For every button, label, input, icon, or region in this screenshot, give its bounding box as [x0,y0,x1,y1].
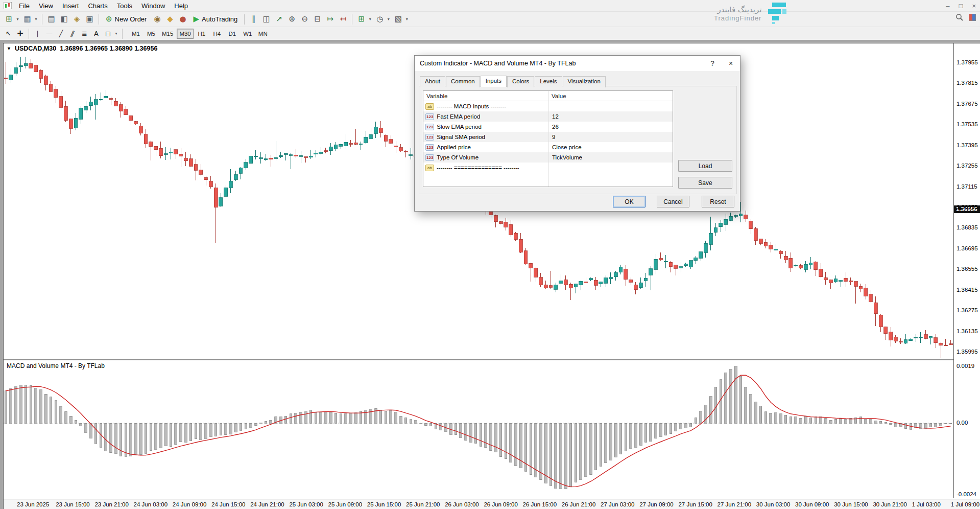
data-window-button[interactable]: ◧ [58,13,70,26]
periods-button[interactable]: ◷ [373,13,386,26]
timeframe-m15[interactable]: M15 [159,29,176,39]
vertical-line-button[interactable]: | [32,28,43,39]
market-watch-button[interactable]: ▤ [45,13,58,26]
input-row[interactable]: 123Applied priceClose price [423,142,673,152]
menu-charts[interactable]: Charts [83,1,112,11]
indicators-dropdown-icon[interactable]: ▾ [367,17,373,21]
extensions-icon[interactable] [969,14,976,21]
param-value[interactable] [548,101,673,111]
input-row[interactable]: 123Fast EMA period12 [423,111,673,122]
price-label: 1.36135 [957,328,978,334]
timeframe-m1[interactable]: M1 [129,29,143,39]
crosshair-button[interactable]: + [14,28,26,39]
reset-button[interactable]: Reset [702,196,734,207]
param-name: Fast EMA period [437,113,480,120]
input-row[interactable]: 123Signal SMA period9 [423,132,673,142]
timeframe-m5[interactable]: M5 [144,29,158,39]
dialog-close-button[interactable]: × [722,56,740,71]
chart-ohlc-values: 1.36896 1.36965 1.36890 1.36956 [60,45,157,52]
param-type-icon: 123 [425,154,434,161]
timeframe-w1[interactable]: W1 [241,29,255,39]
indicators-button[interactable]: ⊞ [355,13,368,26]
bar-chart-button[interactable]: ∥ [247,13,260,26]
profiles-button[interactable]: ▦ [21,13,34,26]
cancel-button[interactable]: Cancel [657,196,689,207]
macd-indicator-chart[interactable] [4,360,953,499]
input-row[interactable]: ab-------- ============== -------- [423,163,673,173]
maximize-button[interactable]: □ [959,2,963,10]
metaeditor-button[interactable]: ◆ [163,13,176,26]
cursor-button[interactable]: ↖ [3,28,14,39]
timeframe-h4[interactable]: H4 [210,29,224,39]
timeframe-d1[interactable]: D1 [225,29,240,39]
menu-help[interactable]: Help [170,1,193,11]
price-axis[interactable]: 1.36956 1.379551.378151.376751.375351.37… [953,43,980,498]
templates-button[interactable]: ▧ [392,13,404,26]
terminal-button[interactable]: ▣ [83,13,96,26]
web-terminal-button[interactable]: ● [176,13,189,26]
save-button[interactable]: Save [678,177,732,189]
timeframe-mn[interactable]: MN [256,29,270,39]
dialog-titlebar[interactable]: Custom Indicator - MACD and Volume MT4 -… [415,56,740,71]
channel-button[interactable]: ∥ [67,28,79,39]
tab-about[interactable]: About [420,76,445,87]
tab-visualization[interactable]: Visualization [563,76,606,87]
input-row[interactable]: ab-------- MACD Inputs -------- [423,101,673,111]
param-value[interactable]: Close price [548,142,673,152]
load-button[interactable]: Load [678,160,732,172]
param-value[interactable]: 26 [548,122,673,132]
fibonacci-button[interactable]: ≣ [79,28,90,39]
time-axis[interactable]: 23 Jun 202523 Jun 15:0023 Jun 21:0024 Ju… [4,499,980,509]
tab-levels[interactable]: Levels [535,76,562,87]
shapes-dropdown-icon[interactable]: ▾ [113,31,119,36]
tab-inputs[interactable]: Inputs [481,76,507,87]
menu-insert[interactable]: Insert [58,1,84,11]
tab-colors[interactable]: Colors [507,76,534,87]
timeframe-bar: M1M5M15M30H1H4D1W1MN [128,29,271,39]
input-row[interactable]: 123Type Of VolumeTickVolume [423,152,673,163]
ok-button[interactable]: OK [613,196,646,207]
menu-tools[interactable]: Tools [112,1,137,11]
time-label: 23 Jun 2025 [17,501,49,507]
menu-window[interactable]: Window [137,1,170,11]
time-label: 26 Jun 15:00 [523,501,557,507]
inputs-table[interactable]: Variable Value ab-------- MACD Inputs --… [423,90,673,187]
periods-dropdown-icon[interactable]: ▾ [386,17,391,21]
param-value[interactable]: 9 [548,132,673,142]
param-value[interactable]: TickVolume [548,152,673,163]
menu-file[interactable]: File [14,1,34,11]
trendline-button[interactable]: ╱ [55,28,67,39]
tile-windows-button[interactable]: ⊟ [311,13,324,26]
dialog-help-button[interactable]: ? [703,56,722,71]
templates-dropdown-icon[interactable]: ▾ [404,17,410,21]
line-chart-button[interactable]: ↗ [273,13,285,26]
autotrading-button[interactable]: ▶AutoTrading [189,13,242,26]
auto-scroll-button[interactable]: ↦ [324,13,337,26]
tab-common[interactable]: Common [446,76,480,87]
zoom-out-button[interactable]: ⊖ [298,13,311,26]
chart-shift-button[interactable]: ↤ [337,13,349,26]
navigator-button[interactable]: ◈ [70,13,83,26]
param-value[interactable] [548,163,673,173]
timeframe-h1[interactable]: H1 [195,29,209,39]
input-row[interactable]: 123Slow EMA period26 [423,122,673,132]
menu-view[interactable]: View [34,1,58,11]
param-value[interactable]: 12 [548,111,673,122]
new-chart-button[interactable]: ⊞ [3,13,15,26]
new-order-button[interactable]: ⊕New Order [102,13,151,26]
strategy-tester-button[interactable]: ◉ [151,13,163,26]
price-label: 1.37115 [957,183,977,190]
zoom-in-button[interactable]: ⊕ [285,13,298,26]
candlestick-chart-button[interactable]: ◫ [260,13,273,26]
zoom-in-icon: ⊕ [289,15,296,23]
search-icon[interactable] [955,13,964,21]
new-chart-dropdown-icon[interactable]: ▾ [15,17,20,21]
shapes-button[interactable]: ◻ [102,28,114,39]
horizontal-line-button[interactable]: — [43,28,55,39]
symbol-collapse-icon[interactable]: ▼ [7,46,11,51]
profiles-dropdown-icon[interactable]: ▾ [33,17,39,21]
close-button[interactable]: × [972,2,976,10]
text-button[interactable]: A [90,28,102,39]
minimize-button[interactable]: – [946,2,949,10]
timeframe-m30[interactable]: M30 [177,29,193,39]
